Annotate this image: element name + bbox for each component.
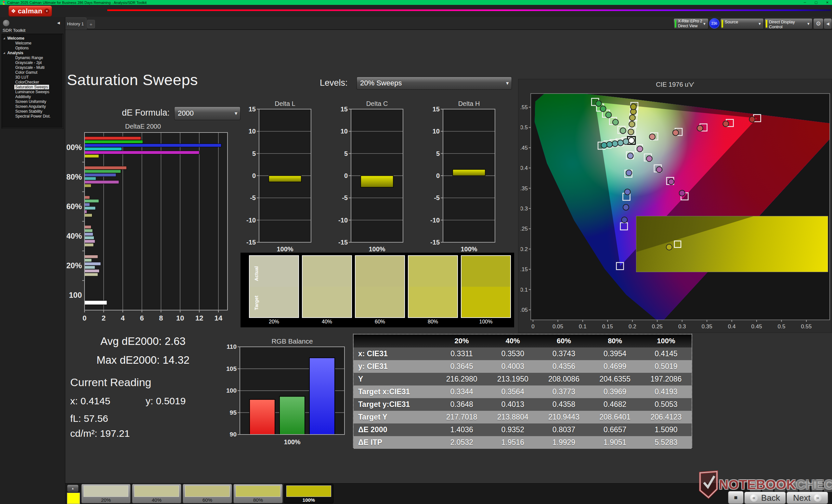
patch-button-40[interactable]: 40% xyxy=(132,484,181,503)
levels-label: Levels: xyxy=(320,78,348,88)
patch-label: 100% xyxy=(284,497,333,503)
tab-history-1[interactable]: History 1 xyxy=(64,18,86,30)
transport-button-5[interactable] xyxy=(799,481,810,492)
patch-label: 80% xyxy=(234,497,282,503)
row-label: Target Y xyxy=(354,411,436,423)
deltae-bar xyxy=(84,137,141,140)
tree-expander-icon[interactable]: ◢ xyxy=(3,52,5,54)
swatch-label: 80% xyxy=(408,318,458,326)
sidebar-item-3d-lut[interactable]: 3D LUT xyxy=(2,75,63,80)
table-cell: 208.0086 xyxy=(538,373,589,386)
deltae-bar xyxy=(84,144,221,147)
sidebar-item-grayscale-multi[interactable]: Grayscale - Multi xyxy=(2,65,63,70)
sidebar-item-options[interactable]: Options xyxy=(2,46,63,50)
de-formula-dropdown[interactable]: 2000 ▼ xyxy=(174,107,240,120)
display-control-dropdown[interactable]: Direct Display Control ▼ xyxy=(764,18,812,29)
sidebar-item-analysis[interactable]: ◢Analysis xyxy=(2,50,63,55)
svg-text:105: 105 xyxy=(226,365,237,372)
table-cell: 216.2980 xyxy=(436,373,487,386)
sidebar-item-spectral-power-dist[interactable]: Spectral Power Dist. xyxy=(2,114,63,118)
deltae-bar xyxy=(84,258,92,262)
patch-label: 60% xyxy=(183,497,232,503)
cie-measured-marker xyxy=(618,140,623,146)
back-arrow-icon: « xyxy=(750,494,758,502)
svg-text:-5: -5 xyxy=(434,194,440,201)
measurement-table[interactable]: 20%40%60%80%100%x: CIE310.33110.35300.37… xyxy=(353,334,692,448)
svg-text:0.3: 0.3 xyxy=(521,205,528,212)
table-cell: 0.4013 xyxy=(487,398,538,411)
meter-count-badge[interactable]: 236 xyxy=(709,18,720,29)
table-cell: 0.8037 xyxy=(538,423,589,436)
minimize-button[interactable]: ─ xyxy=(804,1,806,4)
sidebar-item-grayscale-2pt[interactable]: Grayscale - 2pt xyxy=(2,60,63,65)
actual-swatch xyxy=(355,255,405,287)
sidebar-item-additivity[interactable]: Additivity xyxy=(2,94,63,99)
calman-menu-button[interactable]: ❖ calman ▼ xyxy=(8,5,52,17)
table-cell: 0.3773 xyxy=(538,386,589,398)
table-column-header: 60% xyxy=(538,335,589,347)
cie-measured-marker xyxy=(620,128,626,134)
deltae-bar xyxy=(84,269,100,273)
collapse-panel-button[interactable]: ◀ xyxy=(824,18,832,29)
svg-text:0.15: 0.15 xyxy=(521,266,528,273)
transport-button-6[interactable] xyxy=(811,481,823,492)
patch-button-60[interactable]: 60% xyxy=(183,484,232,503)
cie-measured-marker xyxy=(649,134,655,140)
cie-measured-marker xyxy=(646,156,652,162)
source-dropdown[interactable]: Source ▼ xyxy=(720,18,764,29)
sidebar-collapse-button[interactable]: ◀ xyxy=(55,20,62,26)
transport-button-4[interactable] xyxy=(786,481,798,492)
logo-bar: ❖ calman ▼ xyxy=(0,5,832,17)
tree-expander-icon[interactable]: ◢ xyxy=(3,37,5,39)
target-swatch xyxy=(461,287,511,318)
sidebar-item-welcome[interactable]: ◢Welcome xyxy=(2,36,63,40)
sidebar-item-screen-angularity[interactable]: Screen Angularity xyxy=(2,104,63,109)
cie-measured-marker xyxy=(668,179,674,185)
transport-button-3[interactable] xyxy=(774,481,786,492)
sidebar-pin-icon[interactable] xyxy=(3,20,10,27)
deltae-bar xyxy=(84,236,94,239)
transport-button-1[interactable] xyxy=(750,481,761,492)
deltae-bar xyxy=(84,166,126,169)
patch-button-20[interactable]: 20% xyxy=(81,484,131,503)
svg-text:0.2: 0.2 xyxy=(628,324,636,330)
svg-text:100%: 100% xyxy=(284,439,300,446)
swatch-cell-100: 100% xyxy=(461,255,511,326)
swatch-label: 100% xyxy=(461,318,511,326)
cie-measured-marker xyxy=(628,153,633,159)
maximize-button[interactable]: ▢ xyxy=(814,1,817,4)
reading-y-value: y: 0.5019 xyxy=(146,395,186,407)
sidebar-item-welcome[interactable]: Welcome xyxy=(2,40,63,46)
transport-button-2[interactable] xyxy=(762,481,774,492)
close-button[interactable]: ✕ xyxy=(826,1,829,4)
svg-text:100%: 100% xyxy=(368,246,385,253)
deltae-bar xyxy=(84,300,107,305)
settings-gear-button[interactable]: ⚙ xyxy=(813,18,824,29)
cie-measured-marker xyxy=(623,139,629,144)
sidebar-item-colorchecker[interactable]: ColorChecker xyxy=(2,80,63,84)
current-patch-swatch[interactable] xyxy=(67,493,80,504)
patch-button-80[interactable]: 80% xyxy=(233,484,283,503)
levels-dropdown[interactable]: 20% Sweeps ▼ xyxy=(357,77,512,90)
next-button[interactable]: Next » xyxy=(786,492,828,504)
svg-text:100%: 100% xyxy=(277,246,293,253)
sidebar-item-screen-uniformity[interactable]: Screen Uniformity xyxy=(2,99,63,104)
transport-button-7[interactable] xyxy=(824,481,832,492)
sidebar-item-luminance-sweeps[interactable]: Luminance Sweeps xyxy=(2,89,63,94)
deltae-bar xyxy=(84,262,101,265)
sidebar-item-dynamic-range[interactable]: Dynamic Range xyxy=(2,55,63,60)
add-history-tab-button[interactable]: + xyxy=(87,20,95,28)
stop-button[interactable]: ■ xyxy=(728,491,744,504)
next-label: Next xyxy=(793,493,810,503)
svg-text:0: 0 xyxy=(252,172,256,179)
svg-text:0: 0 xyxy=(344,172,348,179)
patch-list-expand-button[interactable]: ▲ xyxy=(67,484,79,492)
current-reading-heading: Current Reading xyxy=(70,376,151,389)
sidebar-item-screen-stability[interactable]: Screen Stability xyxy=(2,109,63,114)
patch-button-100[interactable]: 100% xyxy=(284,484,334,503)
meter-dropdown[interactable]: X-Rite i1Pro 2Direct View ▼ xyxy=(673,18,708,29)
svg-text:14: 14 xyxy=(214,314,223,322)
sidebar-item-color-gamut[interactable]: Color Gamut xyxy=(2,70,63,75)
sidebar-item-saturation-sweeps[interactable]: Saturation Sweeps xyxy=(2,84,63,89)
back-button[interactable]: « Back xyxy=(744,492,786,504)
